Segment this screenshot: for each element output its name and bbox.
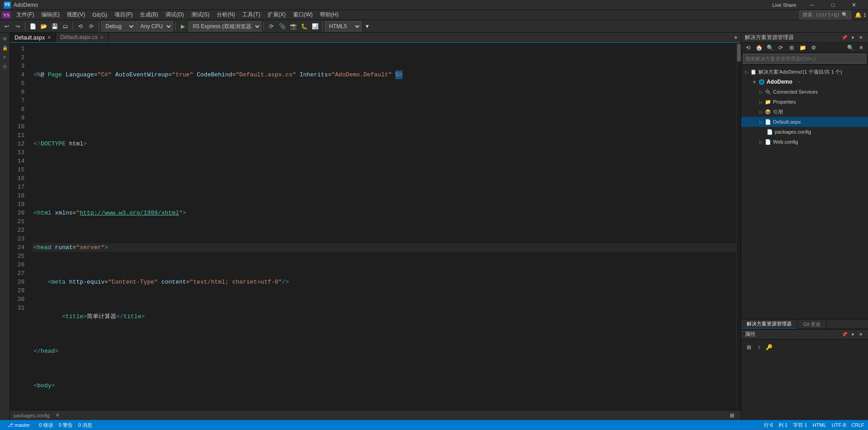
live-share-label[interactable]: Live Share (772, 2, 796, 8)
new-file-btn[interactable]: 📄 (28, 21, 38, 31)
code-editor[interactable]: <%@ Page Language="C#" AutoEventWireup="… (28, 43, 736, 410)
props-expand-icon: ▷ (759, 100, 763, 105)
tab-git-changes[interactable]: Git 更改 (798, 320, 827, 329)
se-tb-btn6[interactable]: 📁 (798, 43, 808, 53)
git-branch[interactable]: ⎇ master (4, 422, 34, 428)
menu-help[interactable]: 帮助(H) (316, 10, 342, 20)
se-tb-btn7[interactable]: ⚙ (808, 43, 818, 53)
solution-explorer-title: 解决方案资源管理器 (745, 34, 794, 41)
tree-references[interactable]: ▷ 📦 引用 (741, 107, 868, 117)
project-label: AdoDemo (767, 79, 793, 85)
packages-close-btn[interactable]: ✕ (55, 412, 60, 418)
menu-extensions[interactable]: 扩展(X) (264, 10, 289, 20)
split-view-btn[interactable]: ⊞ (727, 410, 737, 420)
debug2-btn[interactable]: 🐛 (299, 21, 309, 31)
packages-config-tab[interactable]: packages.config (14, 413, 50, 418)
tab-close-default[interactable]: ✕ (47, 35, 51, 40)
platform-dropdown[interactable]: Any CPU x86 x64 (136, 21, 173, 31)
tree-properties[interactable]: ▷ 📁 Properties (741, 97, 868, 107)
gutter-btn-4[interactable]: ◎ (1, 62, 9, 70)
code-line-9: </head> (32, 347, 736, 355)
tree-default-aspx[interactable]: ▷ 📄 Default.aspx (741, 117, 868, 127)
screenshot-btn[interactable]: 📸 (288, 21, 298, 31)
code-container[interactable]: 1 2 3 4 5 6 7 8 9 10 11 12 13 14 15 16 1… (10, 43, 741, 410)
save-all-btn[interactable]: 🗂 (60, 21, 70, 31)
se-search-input[interactable] (743, 54, 866, 64)
vs-logo: VS (2, 11, 11, 19)
tab-default-aspx[interactable]: Default.aspx ✕ (10, 33, 56, 42)
properties-content: ⊞ ↕ 🔑 (741, 340, 868, 420)
menu-test[interactable]: 测试(S) (188, 10, 213, 20)
props-close-btn[interactable]: ✕ (857, 331, 864, 338)
tab-default-cs[interactable]: Default.aspx.cs ✕ (56, 33, 109, 42)
props-arrow-btn[interactable]: ▾ (849, 331, 856, 338)
account-badge[interactable]: 1 (863, 12, 866, 18)
tree-solution-root[interactable]: ▷ 📋 解决方案'AdoDemo'(1 个项目/共 1 个) (741, 67, 868, 77)
undo2-btn[interactable]: ⟲ (75, 21, 85, 31)
menu-tools[interactable]: 工具(T) (239, 10, 264, 20)
menu-git[interactable]: Git(G) (89, 11, 111, 19)
se-tb-btn4[interactable]: ⟳ (776, 43, 786, 53)
web-expand-icon: ▷ (759, 140, 763, 145)
open-btn[interactable]: 📂 (39, 21, 49, 31)
menu-build[interactable]: 生成(B) (136, 10, 162, 20)
menu-file[interactable]: 文件(F) (13, 10, 38, 20)
perf-btn[interactable]: 📊 (310, 21, 320, 31)
redo-btn[interactable]: ↪ (13, 21, 23, 31)
menu-project[interactable]: 项目(P) (111, 10, 136, 20)
menu-window[interactable]: 窗口(W) (289, 10, 316, 20)
status-lineend: CRLF (851, 422, 864, 428)
run-target-dropdown[interactable]: IIS Express (双核浏览器) (189, 21, 261, 31)
menu-analyze[interactable]: 分析(N) (213, 10, 239, 20)
menu-debug[interactable]: 调试(D) (162, 10, 188, 20)
props-filter-icon[interactable]: 🔑 (765, 343, 773, 351)
run-btn[interactable]: ▶ (178, 21, 188, 31)
menu-edit[interactable]: 编辑(E) (38, 10, 63, 20)
refresh-btn[interactable]: ⟳ (266, 21, 276, 31)
status-errors: 0 错误 (39, 422, 53, 429)
gutter-btn-3[interactable]: ≡ (1, 53, 9, 61)
se-pin-btn[interactable]: 📌 (841, 34, 848, 41)
se-tb-btn2[interactable]: 🏠 (754, 43, 764, 53)
tab-label-cs: Default.aspx.cs (60, 34, 98, 40)
v-scrollbar[interactable] (736, 43, 741, 410)
se-tb-btn1[interactable]: ⟲ (743, 43, 753, 53)
maximize-button[interactable]: □ (823, 0, 843, 10)
props-grid-icon[interactable]: ⊞ (745, 343, 753, 351)
debug-config-dropdown[interactable]: Debug Release (101, 21, 135, 31)
close-button[interactable]: ✕ (843, 0, 864, 10)
tree-project[interactable]: ▼ 🌐 AdoDemo → (741, 77, 868, 87)
html-options-btn[interactable]: ▼ (362, 21, 372, 31)
properties-title: 属性 (745, 330, 756, 338)
toolbar-sep-5 (264, 22, 264, 30)
se-tb-btn5[interactable]: ⊞ (787, 43, 797, 53)
se-tb-btn8[interactable]: 🔍 (845, 43, 855, 53)
attach-btn[interactable]: 📎 (277, 21, 287, 31)
html-version-dropdown[interactable]: HTML5 HTML4 (325, 21, 361, 31)
new-vertical-tab-btn[interactable]: + (731, 33, 741, 42)
webconfig-icon: 📄 (765, 139, 771, 145)
references-label: 引用 (773, 109, 783, 115)
ref-expand-icon: ▷ (759, 110, 763, 115)
gutter-btn-1[interactable]: ⚙ (1, 35, 9, 43)
editor-area: Default.aspx ✕ Default.aspx.cs ✕ + 1 2 3… (10, 33, 741, 420)
tree-web-config[interactable]: ▷ 📄 Web.config (741, 137, 868, 147)
tab-solution-explorer[interactable]: 解决方案资源管理器 (741, 320, 798, 329)
save-btn[interactable]: 💾 (50, 21, 60, 31)
tree-connected-services[interactable]: ▷ 🔌 Connected Services (741, 87, 868, 97)
props-pin-btn[interactable]: 📌 (841, 331, 848, 338)
tree-packages-config[interactable]: 📄 packages.config (741, 127, 868, 137)
undo-btn[interactable]: ↩ (2, 21, 12, 31)
se-arrow-btn[interactable]: ▾ (849, 34, 856, 41)
tab-label-default: Default.aspx (15, 35, 45, 41)
menu-view[interactable]: 视图(V) (63, 10, 89, 20)
gutter-btn-2[interactable]: 🔒 (1, 44, 9, 52)
props-sort-icon[interactable]: ↕ (755, 343, 763, 351)
status-right: 行 6 列 1 字符 1 HTML UTF-8 CRLF (764, 422, 864, 429)
se-tb-btn3[interactable]: 🔍 (765, 43, 775, 53)
tab-close-cs[interactable]: ✕ (100, 35, 104, 40)
minimize-button[interactable]: ─ (802, 0, 823, 10)
redo2-btn[interactable]: ⟳ (86, 21, 96, 31)
se-close-btn[interactable]: ✕ (857, 34, 864, 41)
se-close2-btn[interactable]: ✕ (856, 43, 866, 53)
